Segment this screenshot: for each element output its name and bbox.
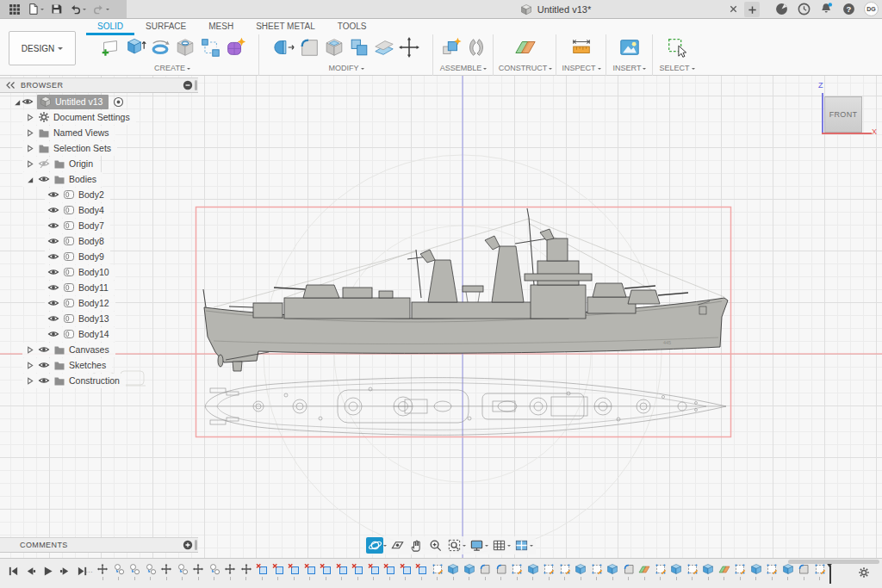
app-grid-button[interactable]: [8, 3, 21, 15]
viewcube[interactable]: FRONT Z X: [815, 83, 879, 136]
visibility-eye-icon[interactable]: [47, 251, 59, 263]
timeline-go-to-start-button[interactable]: [7, 565, 20, 578]
new-document-button[interactable]: [744, 2, 760, 17]
timeline-feature-sketch[interactable]: [653, 561, 669, 584]
chevron-down-icon[interactable]: [507, 545, 511, 548]
timeline-feature-plane[interactable]: [717, 561, 733, 584]
chevron-down-icon[interactable]: [383, 545, 387, 548]
timeline-position-marker[interactable]: [824, 561, 835, 584]
timeline-feature-extrude[interactable]: [700, 561, 717, 584]
file-button[interactable]: [27, 3, 44, 15]
visibility-eye-icon[interactable]: [47, 220, 59, 232]
ribbon-tab-mesh[interactable]: MESH: [197, 19, 245, 35]
tool-extrude-button[interactable]: [124, 35, 146, 59]
timeline-step-forward-button[interactable]: [59, 565, 71, 578]
chevron-down-icon[interactable]: [83, 9, 86, 12]
nav-look-at-button[interactable]: [388, 537, 406, 554]
expander-closed-icon[interactable]: [25, 144, 34, 153]
timeline-feature-sketch[interactable]: [589, 561, 606, 584]
tool-hole-button[interactable]: [174, 35, 196, 59]
tree-row-label[interactable]: Body12: [78, 298, 109, 308]
notifications-icon[interactable]: [819, 2, 834, 16]
tree-row-label[interactable]: Body4: [78, 205, 104, 215]
timeline-feature-remove[interactable]: [286, 561, 302, 584]
visibility-eye-icon[interactable]: [38, 344, 50, 356]
timeline-feature-remove[interactable]: [366, 561, 382, 584]
visibility-eye-icon[interactable]: [47, 282, 59, 294]
tree-row-label[interactable]: Canvases: [69, 344, 109, 355]
comments-panel-grip[interactable]: [195, 540, 197, 550]
timeline-feature-copy[interactable]: [111, 561, 127, 584]
tree-row-body9[interactable]: Body9: [45, 249, 110, 264]
tool-fillet-button[interactable]: [298, 35, 320, 59]
visibility-eye-icon[interactable]: [47, 313, 59, 325]
expander-closed-icon[interactable]: [25, 345, 34, 355]
timeline-feature-fillet[interactable]: [477, 561, 494, 584]
timeline-feature-sketch[interactable]: [509, 561, 525, 584]
tool-offset-face-button[interactable]: [373, 35, 395, 59]
timeline-feature-move[interactable]: [158, 561, 175, 584]
tree-row-label[interactable]: Bodies: [69, 174, 96, 184]
tool-joint-button[interactable]: [465, 35, 488, 59]
tool-revolve-button[interactable]: [149, 35, 171, 59]
group-label-insert[interactable]: INSERT: [610, 64, 649, 72]
timeline-feature-move[interactable]: [190, 561, 207, 584]
timeline-feature-extrude[interactable]: [780, 561, 797, 584]
tool-create-form-button[interactable]: [224, 35, 246, 59]
chevron-down-icon[interactable]: [530, 545, 533, 548]
job-status-icon[interactable]: [797, 2, 811, 16]
chevron-down-icon[interactable]: [106, 9, 109, 12]
tree-row-origin[interactable]: Origin: [22, 156, 99, 171]
viewcube-front-face[interactable]: FRONT: [824, 96, 862, 133]
tree-row-body7[interactable]: Body7: [45, 218, 110, 233]
timeline-feature-sketch[interactable]: [541, 561, 557, 584]
nav-zoom-button[interactable]: [426, 537, 444, 554]
nav-display-settings-button[interactable]: [468, 537, 488, 554]
collapse-panel-icon[interactable]: [5, 81, 16, 90]
timeline-feature-remove[interactable]: [254, 561, 270, 584]
timeline-feature-sketch[interactable]: [557, 561, 574, 584]
tree-row-construction[interactable]: Construction: [22, 373, 126, 388]
visibility-eye-icon[interactable]: [47, 297, 59, 309]
visibility-eye-icon[interactable]: [38, 173, 50, 185]
ribbon-tab-tools[interactable]: TOOLS: [326, 19, 378, 35]
tree-row-label[interactable]: Body14: [78, 329, 109, 339]
tool-select-button[interactable]: [666, 35, 688, 59]
ribbon-tab-sheet-metal[interactable]: SHEET METAL: [245, 19, 326, 35]
timeline-step-back-button[interactable]: [24, 565, 37, 578]
3d-viewport[interactable]: 445: [0, 76, 882, 558]
tool-insert-image-button[interactable]: [618, 35, 641, 59]
group-label-select[interactable]: SELECT: [655, 64, 699, 72]
tree-row-bodies[interactable]: Bodies: [22, 171, 102, 187]
tool-measure-button[interactable]: [570, 35, 593, 59]
ship-side-view[interactable]: 445: [203, 208, 728, 371]
timeline-feature-move[interactable]: [222, 561, 239, 584]
group-label-construct[interactable]: CONSTRUCT: [498, 64, 553, 72]
chevron-down-icon[interactable]: [463, 545, 466, 548]
tree-row-document-settings[interactable]: Document Settings: [22, 109, 136, 125]
redo-button[interactable]: [92, 3, 109, 15]
tree-row-label[interactable]: Body10: [78, 267, 109, 277]
tool-press-pull-button[interactable]: [273, 35, 295, 59]
tree-row-selection-sets[interactable]: Selection Sets: [22, 140, 117, 156]
tool-move-copy-button[interactable]: [398, 35, 420, 59]
tree-row-body12[interactable]: Body12: [45, 295, 115, 311]
ribbon-tab-surface[interactable]: SURFACE: [134, 19, 197, 35]
document-tab[interactable]: Untitled v13*: [362, 0, 749, 18]
timeline-feature-extrude[interactable]: [525, 561, 542, 584]
tree-row-label[interactable]: Selection Sets: [53, 143, 111, 153]
tree-row-canvases[interactable]: Canvases: [22, 342, 115, 357]
activate-component-radio[interactable]: [113, 96, 124, 108]
tree-row-untitled-v13[interactable]: Untitled v13: [12, 94, 124, 109]
timeline-feature-remove[interactable]: [318, 561, 334, 584]
chevron-down-icon[interactable]: [485, 545, 488, 548]
timeline-feature-fillet[interactable]: [494, 561, 510, 584]
user-avatar[interactable]: DG: [864, 2, 879, 16]
timeline-feature-remove[interactable]: [334, 561, 351, 584]
tree-row-label[interactable]: Sketches: [69, 360, 106, 370]
timeline-feature-extrude[interactable]: [668, 561, 685, 584]
visibility-eye-icon[interactable]: [47, 204, 59, 216]
tree-row-label[interactable]: Construction: [69, 375, 120, 386]
group-label-create[interactable]: CREATE: [88, 64, 257, 72]
nav-grid-settings-button[interactable]: [490, 537, 511, 554]
